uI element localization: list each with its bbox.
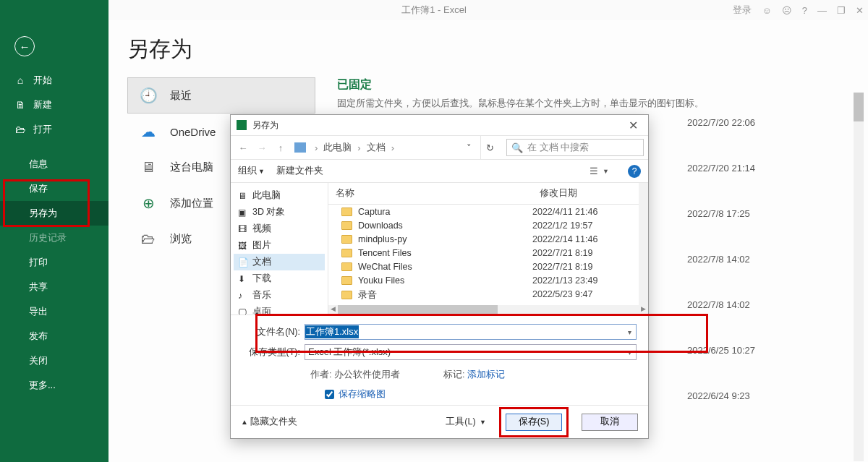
nav-forward-icon[interactable]: →: [254, 142, 270, 153]
login-link[interactable]: 登录: [733, 4, 752, 17]
tools-button[interactable]: 工具(L) ▼: [446, 416, 486, 428]
location-label: 这台电脑: [170, 161, 213, 174]
filetype-select[interactable]: Excel 工作簿(*.xlsx) ▾: [305, 344, 637, 360]
thumbnail-checkbox[interactable]: [325, 390, 334, 399]
filename-dropdown-icon[interactable]: ▾: [623, 328, 636, 336]
file-name: WeChat Files: [358, 262, 412, 272]
col-date[interactable]: 修改日期: [532, 183, 648, 204]
sidebar-item-saveas[interactable]: 另存为: [0, 201, 109, 226]
help-icon[interactable]: ?: [802, 5, 807, 16]
dialog-help-button[interactable]: ?: [628, 165, 641, 178]
tree-item[interactable]: 🖥此电脑: [234, 187, 325, 204]
sidebar-item-export[interactable]: 导出: [0, 299, 109, 324]
dialog-search[interactable]: 🔍 在 文档 中搜索: [506, 139, 644, 156]
recent-date[interactable]: 2022/6/24 9:23: [687, 373, 846, 419]
hide-folders-button[interactable]: ▲ 隐藏文件夹: [241, 416, 297, 428]
sidebar-item-share[interactable]: 共享: [0, 275, 109, 299]
recent-date[interactable]: 2022/7/20 22:06: [687, 100, 846, 145]
tree-item[interactable]: ▣3D 对象: [234, 204, 325, 221]
scrollbar-track[interactable]: [854, 93, 864, 461]
col-name[interactable]: 名称: [328, 183, 532, 204]
tree-label: 图片: [252, 239, 271, 252]
filename-input[interactable]: 工作簿1.xlsx ▾: [305, 324, 637, 340]
dialog-meta: 作者: 办公软件使用者 标记: 添加标记: [231, 367, 648, 385]
file-row[interactable]: Youku Files2022/1/13 23:49: [328, 273, 648, 287]
file-row[interactable]: WeChat Files2022/7/21 8:19: [328, 260, 648, 273]
dialog-footer: ▲ 隐藏文件夹 工具(L) ▼ 保存(S) 取消: [231, 405, 648, 438]
sidebar-item-publish[interactable]: 发布: [0, 324, 109, 348]
location-label: OneDrive: [170, 126, 216, 138]
file-row[interactable]: mindplus-py2022/2/14 11:46: [328, 232, 648, 246]
recent-date[interactable]: 2022/7/8 14:02: [687, 282, 846, 328]
vert-scrollbar[interactable]: [639, 183, 648, 305]
chevron-right-icon: ›: [357, 142, 360, 153]
tree-item[interactable]: 🎞视频: [234, 221, 325, 237]
recent-date[interactable]: 2022/7/20 21:14: [687, 145, 846, 191]
face-sad-icon[interactable]: ☹: [782, 5, 792, 16]
tree-item[interactable]: 🖵桌面: [234, 304, 325, 315]
restore-icon[interactable]: ❐: [837, 5, 846, 16]
file-row[interactable]: Tencent Files2022/7/21 8:19: [328, 246, 648, 260]
tree-label: 下载: [252, 273, 271, 285]
recent-date[interactable]: 2022/6/25 10:27: [687, 328, 846, 373]
newfolder-button[interactable]: 新建文件夹: [276, 165, 323, 177]
dialog-close-button[interactable]: ✕: [624, 119, 642, 132]
filetype-label: 保存类型(T):: [242, 346, 305, 359]
face-smile-icon[interactable]: ☺: [762, 5, 771, 16]
location-recent[interactable]: 🕘最近: [127, 77, 315, 114]
dialog-fields: 文件名(N): 工作簿1.xlsx ▾ 保存类型(T): Excel 工作簿(*…: [231, 315, 648, 367]
breadcrumb-dropdown-icon[interactable]: ˅: [461, 142, 477, 153]
sidebar-item-info[interactable]: 信息: [0, 152, 109, 176]
sidebar-item-open[interactable]: 🗁打开: [0, 117, 109, 142]
filetype-dropdown-icon[interactable]: ▾: [623, 348, 636, 356]
tree-item[interactable]: 📄文档: [234, 254, 325, 270]
scrollbar-thumb[interactable]: [854, 93, 864, 121]
recent-dates-list: 2022/7/20 22:062022/7/20 21:142022/7/8 1…: [687, 100, 846, 419]
save-button[interactable]: 保存(S): [506, 414, 562, 431]
organize-button[interactable]: 组织▼: [238, 165, 265, 177]
filename-value: 工作簿1.xlsx: [305, 325, 359, 338]
view-button[interactable]: ☰▼: [590, 166, 609, 176]
file-row[interactable]: Captura2022/4/11 21:46: [328, 205, 648, 218]
recent-date[interactable]: 2022/7/8 17:25: [687, 191, 846, 236]
horiz-scrollbar[interactable]: ◀ ▶: [328, 305, 648, 315]
sidebar-item-more[interactable]: 更多...: [0, 373, 109, 398]
pc-icon: 🖥: [238, 191, 248, 201]
author-label: 作者:: [310, 369, 331, 380]
sidebar-item-new[interactable]: 🗎新建: [0, 93, 109, 117]
desk-icon: 🖵: [238, 307, 248, 315]
minimize-icon[interactable]: —: [817, 5, 827, 16]
tree-item[interactable]: 🖼图片: [234, 237, 325, 254]
nav-up-icon[interactable]: ↑: [273, 142, 289, 153]
recent-date[interactable]: 2022/7/8 14:02: [687, 236, 846, 282]
sidebar-item-history[interactable]: 历史记录: [0, 226, 109, 250]
file-date: 2022/1/13 23:49: [532, 275, 648, 286]
doc-icon: 📄: [238, 257, 248, 268]
close-icon[interactable]: ✕: [856, 5, 864, 16]
cancel-button[interactable]: 取消: [582, 414, 638, 431]
folder-icon: 🗁: [138, 231, 158, 247]
file-row[interactable]: 录音2022/5/23 9:47: [328, 287, 648, 303]
breadcrumb-root[interactable]: 此电脑: [323, 141, 352, 154]
folder-icon: [341, 276, 352, 285]
dialog-title: 另存为: [252, 119, 278, 132]
back-button[interactable]: ←: [14, 36, 35, 56]
file-date: 2022/7/21 8:19: [532, 248, 648, 258]
add-tag-link[interactable]: 添加标记: [467, 369, 505, 380]
file-name: Tencent Files: [358, 248, 412, 258]
sidebar-item-print[interactable]: 打印: [0, 250, 109, 275]
file-row[interactable]: Downloads2022/1/2 19:57: [328, 218, 648, 232]
pinned-title: 已固定: [337, 77, 849, 93]
sidebar-item-home[interactable]: ⌂开始: [0, 68, 109, 93]
sidebar-item-save[interactable]: 保存: [0, 176, 109, 201]
thumbnail-label[interactable]: 保存缩略图: [339, 388, 386, 401]
tree-item[interactable]: ⬇下载: [234, 270, 325, 287]
nav-back-icon[interactable]: ←: [235, 142, 251, 153]
location-label: 浏览: [170, 232, 192, 246]
tree-item[interactable]: ♪音乐: [234, 287, 325, 304]
search-placeholder: 在 文档 中搜索: [527, 141, 589, 154]
refresh-button[interactable]: ↻: [480, 136, 499, 159]
sidebar-item-close[interactable]: 关闭: [0, 348, 109, 373]
breadcrumb-folder[interactable]: 文档: [367, 141, 386, 154]
location-label: 添加位置: [170, 197, 213, 210]
